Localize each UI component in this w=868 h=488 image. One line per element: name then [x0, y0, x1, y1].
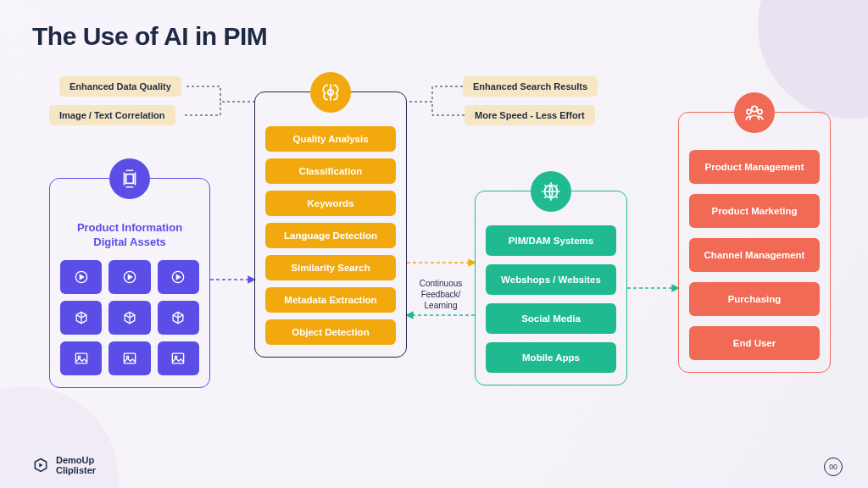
tile-image: [60, 341, 102, 375]
col1-title: Product Information Digital Assets: [60, 221, 199, 250]
stakeholder-item: Product Management: [689, 150, 820, 184]
callout-image-text-correlation: Image / Text Correlation: [49, 105, 175, 125]
callout-more-speed: More Speed - Less Effort: [465, 105, 595, 125]
ai-item: Metadata Extraction: [265, 287, 396, 313]
svg-rect-7: [173, 353, 184, 363]
column-channels: PIM/DAM Systems Webshops / Websites Soci…: [475, 191, 627, 385]
channel-item: Social Media: [486, 303, 616, 334]
channel-item: Webshops / Websites: [486, 264, 616, 295]
ai-brain-icon: [310, 72, 351, 113]
stakeholder-item: Channel Management: [689, 238, 820, 272]
assets-icon: [109, 158, 150, 199]
column-ai-capabilities: Quality Analysis Classification Keywords…: [254, 92, 407, 358]
channel-item: PIM/DAM Systems: [486, 225, 616, 256]
channel-item: Mobile Apps: [486, 342, 616, 373]
feedback-label: Continuous Feedback/ Learning: [414, 278, 468, 311]
callout-enhanced-search-results: Enhanced Search Results: [463, 76, 598, 97]
tile-video: [108, 260, 150, 294]
stakeholder-item: Product Marketing: [689, 194, 820, 228]
stakeholder-item: End User: [689, 326, 820, 360]
users-icon: [734, 92, 775, 133]
svg-point-11: [752, 106, 758, 112]
column-stakeholders: Product Management Product Marketing Cha…: [678, 112, 831, 373]
svg-point-13: [758, 109, 762, 114]
brand-name: DemoUp Cliplister: [56, 455, 96, 476]
column-digital-assets: Product Information Digital Assets: [49, 178, 210, 388]
stakeholder-item: Purchasing: [689, 282, 820, 316]
tile-3d: [158, 301, 199, 335]
svg-point-12: [747, 109, 751, 114]
ai-item: Language Detection: [265, 223, 396, 248]
diagram: Enhanced Data Quality Image / Text Corre…: [0, 76, 868, 432]
ai-item: Keywords: [265, 191, 396, 216]
brand-logo-icon: [32, 457, 49, 474]
ai-item: Similarity Search: [265, 255, 396, 280]
asset-grid: [60, 260, 199, 375]
footer: DemoUp Cliplister: [32, 455, 96, 476]
svg-rect-5: [124, 353, 135, 363]
page-number: 00: [824, 458, 843, 476]
svg-rect-3: [75, 353, 86, 363]
tile-video: [60, 260, 102, 294]
tile-image: [158, 341, 199, 375]
ai-item: Object Detection: [265, 319, 396, 345]
callout-enhanced-data-quality: Enhanced Data Quality: [59, 76, 181, 97]
tile-3d: [60, 301, 102, 335]
ai-item: Classification: [265, 158, 396, 184]
tile-3d: [108, 301, 150, 335]
tile-image: [108, 341, 150, 375]
tile-video: [158, 260, 199, 294]
ai-item: Quality Analysis: [265, 126, 396, 152]
globe-icon: [531, 171, 571, 212]
page-title: The Use of AI in PIM: [32, 22, 267, 51]
